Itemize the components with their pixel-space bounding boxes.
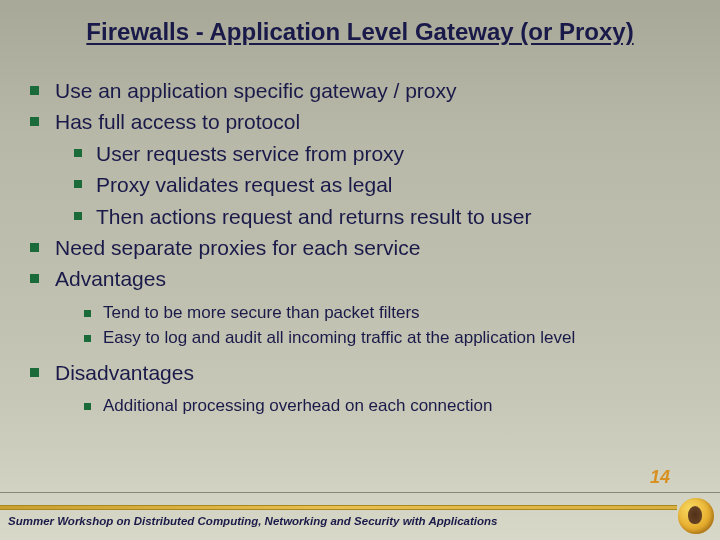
bullet-text: Proxy validates request as legal [96, 170, 393, 199]
bullet-text: Additional processing overhead on each c… [103, 395, 492, 418]
bullet-text: Need separate proxies for each service [55, 233, 420, 262]
page-number: 14 [650, 467, 670, 488]
bullet-square-icon [30, 86, 39, 95]
bullet-item: Disadvantages [30, 358, 690, 387]
bullet-text: Advantages [55, 264, 166, 293]
bullet-square-icon [84, 310, 91, 317]
footer: Summer Workshop on Distributed Computing… [0, 492, 720, 540]
bullet-text: Has full access to protocol [55, 107, 300, 136]
bullet-text: Use an application specific gateway / pr… [55, 76, 457, 105]
bullet-text: Tend to be more secure than packet filte… [103, 302, 420, 325]
bullet-item-sub: User requests service from proxy [30, 139, 690, 168]
bullet-square-icon [84, 335, 91, 342]
bullet-text: Then actions request and returns result … [96, 202, 531, 231]
bullet-item-sub: Then actions request and returns result … [30, 202, 690, 231]
bullet-square-icon [74, 149, 82, 157]
bullet-item-sub: Tend to be more secure than packet filte… [30, 302, 690, 325]
footer-divider-bar [0, 505, 677, 510]
bullet-item: Need separate proxies for each service [30, 233, 690, 262]
bullet-square-icon [84, 403, 91, 410]
bullet-square-icon [74, 212, 82, 220]
bullet-item: Use an application specific gateway / pr… [30, 76, 690, 105]
bullet-text: Disadvantages [55, 358, 194, 387]
bullet-item-sub: Additional processing overhead on each c… [30, 395, 690, 418]
bullet-item-sub: Easy to log and audit all incoming traff… [30, 327, 690, 350]
bullet-text: User requests service from proxy [96, 139, 404, 168]
bullet-item: Advantages [30, 264, 690, 293]
bullet-square-icon [30, 368, 39, 377]
logo-icon [678, 498, 714, 534]
bullet-square-icon [30, 274, 39, 283]
bullet-square-icon [30, 117, 39, 126]
slide-title: Firewalls - Application Level Gateway (o… [0, 0, 720, 46]
bullet-square-icon [74, 180, 82, 188]
bullet-text: Easy to log and audit all incoming traff… [103, 327, 575, 350]
footer-text: Summer Workshop on Distributed Computing… [8, 515, 497, 527]
slide-content: Use an application specific gateway / pr… [0, 46, 720, 418]
bullet-item-sub: Proxy validates request as legal [30, 170, 690, 199]
bullet-item: Has full access to protocol [30, 107, 690, 136]
bullet-square-icon [30, 243, 39, 252]
